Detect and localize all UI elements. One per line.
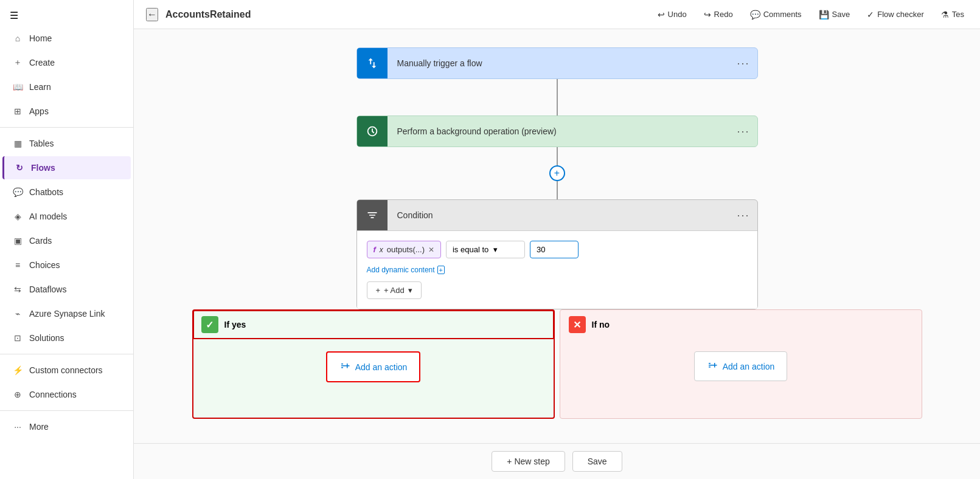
if-no-body: Add an action [560,339,922,393]
create-icon: ＋ [12,57,23,68]
choices-icon: ≡ [12,260,23,271]
connector-line-1 [557,79,558,97]
add-condition-button[interactable]: + + Add ▾ [367,281,422,299]
azure-synapse-icon: ⌁ [12,308,23,319]
hamburger-button[interactable]: ☰ [0,0,133,26]
sidebar-item-tables[interactable]: ▦ Tables [2,132,131,155]
sidebar-divider-2 [0,354,133,354]
flow-wrapper: Manually trigger a flow ··· Perform a ba… [158,47,956,419]
sidebar-divider [0,127,133,128]
tables-icon: ▦ [12,138,23,149]
sidebar-item-dataflows[interactable]: ⇆ Dataflows [2,278,131,301]
connector-1 [557,79,558,115]
sidebar: ☰ ⌂ Home ＋ Create 📖 Learn ⊞ Apps ▦ Table… [0,0,134,479]
sidebar-item-choices[interactable]: ≡ Choices [2,253,131,277]
sidebar-item-cards[interactable]: ▣ Cards [2,229,131,252]
undo-button[interactable]: ↩ Undo [654,7,690,22]
learn-icon: 📖 [12,81,23,92]
add-action-no-icon [707,359,718,373]
sidebar-item-learn[interactable]: 📖 Learn [2,75,131,98]
flow-checker-button[interactable]: ✓ Flow checker [863,7,928,22]
bg-op-block: Perform a background operation (preview)… [356,115,758,147]
trigger-icon [357,48,387,78]
if-yes-body: Add an action [193,339,554,395]
condition-body: fx outputs(...) ✕ is equal to ▾ Add dyna… [357,230,757,309]
add-action-yes-label: Add an action [355,362,408,372]
hamburger-icon: ☰ [10,10,18,21]
connector-2: + [549,147,565,199]
connector-line-3 [557,147,558,165]
if-yes-branch: ✓ If yes Add an action [192,309,555,419]
plus-icon: + [376,286,381,295]
new-step-button[interactable]: + New step [492,451,565,472]
sidebar-item-apps[interactable]: ⊞ Apps [2,100,131,123]
sidebar-item-connections[interactable]: ⊕ Connections [2,383,131,406]
sidebar-item-home[interactable]: ⌂ Home [2,27,131,50]
add-dynamic-label: Add dynamic content [367,266,435,274]
add-action-no-button[interactable]: Add an action [694,351,788,381]
sidebar-item-label: Apps [29,106,49,116]
sidebar-item-label: Solutions [29,333,64,343]
bg-op-label: Perform a background operation (preview) [387,126,730,136]
condition-operator-label: is equal to [453,245,488,254]
add-action-yes-icon [339,360,350,374]
if-no-icon: ✕ [569,316,586,333]
ai-models-icon: ◈ [12,211,23,222]
save-button-top[interactable]: 💾 Save [815,7,854,22]
condition-chip: fx outputs(...) ✕ [367,241,441,258]
sidebar-item-label: Custom connectors [29,365,103,375]
if-no-header: ✕ If no [560,310,922,339]
add-action-yes-button[interactable]: Add an action [326,351,421,382]
redo-button[interactable]: ↪ Redo [700,7,737,22]
chevron-down-icon: ▾ [493,245,498,254]
chip-close-button[interactable]: ✕ [428,246,434,254]
new-step-label: + New step [507,457,549,466]
sidebar-item-label: AI models [29,212,67,221]
sidebar-item-label: Connections [29,390,77,399]
chip-label: outputs(...) [387,245,425,254]
home-icon: ⌂ [12,33,23,44]
sidebar-item-label: Tables [29,139,54,148]
sidebar-item-more[interactable]: ··· More [2,415,131,438]
sidebar-item-chatbots[interactable]: 💬 Chatbots [2,181,131,204]
condition-operator-select[interactable]: is equal to ▾ [446,241,525,258]
add-step-button[interactable]: + [549,165,565,181]
solutions-icon: ⊡ [12,333,23,343]
flow-title: AccountsRetained [165,9,647,20]
condition-value-input[interactable] [530,241,579,258]
sidebar-item-label: Dataflows [29,284,66,294]
sidebar-item-ai-models[interactable]: ◈ AI models [2,205,131,228]
bg-op-more-button[interactable]: ··· [729,125,757,138]
topbar-actions: ↩ Undo ↪ Redo 💬 Comments 💾 Save ✓ Flow c… [654,7,968,22]
sidebar-item-flows[interactable]: ↻ Flows [2,156,131,179]
condition-block: Condition ··· fx outputs(...) ✕ is equal… [356,199,758,309]
sidebar-item-label: Cards [29,236,52,246]
add-dynamic-content-button[interactable]: Add dynamic content + [367,266,748,274]
sidebar-item-label: Home [29,33,52,43]
redo-icon: ↪ [704,10,711,19]
comments-icon: 💬 [750,10,760,19]
sidebar-item-solutions[interactable]: ⊡ Solutions [2,326,131,350]
comments-button[interactable]: 💬 Comments [746,7,805,22]
dataflows-icon: ⇆ [12,284,23,295]
condition-row: fx outputs(...) ✕ is equal to ▾ [367,241,748,258]
test-button[interactable]: ⚗ Tes [937,7,968,22]
sidebar-item-custom-connectors[interactable]: ⚡ Custom connectors [2,359,131,382]
sidebar-item-azure-synapse[interactable]: ⌁ Azure Synapse Link [2,302,131,325]
condition-more-button[interactable]: ··· [729,209,757,222]
bg-op-icon [357,116,387,146]
test-icon: ⚗ [941,10,949,19]
save-button-bottom[interactable]: Save [572,451,622,472]
sidebar-item-create[interactable]: ＋ Create [2,51,131,74]
trigger-more-button[interactable]: ··· [729,57,757,70]
sidebar-item-label: Flows [31,163,55,173]
chevron-down-icon-2: ▾ [408,286,412,295]
back-button[interactable]: ← [146,8,158,21]
bottom-bar: + New step Save [134,443,980,479]
flows-icon: ↻ [14,162,25,173]
add-action-no-label: Add an action [723,362,775,371]
chatbots-icon: 💬 [12,187,23,198]
more-icon: ··· [12,421,23,432]
connections-icon: ⊕ [12,389,23,400]
apps-icon: ⊞ [12,106,23,117]
